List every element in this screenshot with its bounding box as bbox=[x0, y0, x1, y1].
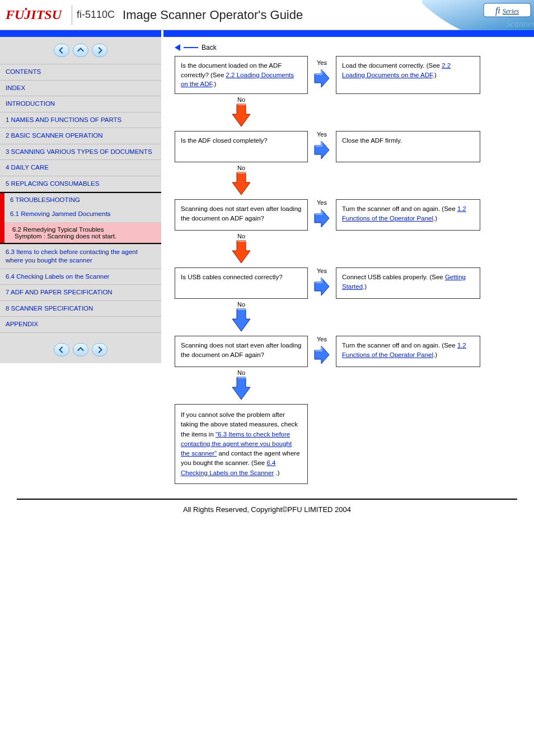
flow-answer-box: Load the document correctly. (See 2.2 Lo… bbox=[336, 56, 480, 94]
arrow-down-3d-icon bbox=[230, 171, 252, 197]
sidebar-link-ch2[interactable]: 2 BASIC SCANNER OPERATION bbox=[0, 128, 161, 144]
arrow-down-3d-icon bbox=[230, 103, 252, 129]
flow-no-arrow: No bbox=[175, 369, 308, 402]
sidebar-top-list: CONTENTS INDEX INTRODUCTION 1 NAMES AND … bbox=[0, 64, 161, 192]
chapter-red-tab bbox=[0, 193, 4, 243]
content-top-accent bbox=[163, 30, 534, 37]
flow-a-text: .) bbox=[363, 283, 367, 290]
flow-a-text: Load the document correctly. (See bbox=[342, 62, 442, 69]
flow-a-text: Close the ADF firmly. bbox=[342, 137, 402, 144]
flow-answer-box: Turn the scanner off and on again. (See … bbox=[336, 336, 480, 367]
arrow-right-3d-icon bbox=[313, 206, 330, 231]
sidebar-link-ch8[interactable]: 8 SCANNER SPECIFICATION bbox=[0, 301, 161, 317]
sidebar-link-ch3[interactable]: 3 SCANNING VARIOUS TYPES OF DOCUMENTS bbox=[0, 144, 161, 161]
flow-a-text: Connect USB cables properly. (See bbox=[342, 274, 445, 280]
flow-q-text: Scanning does not start even after loadi… bbox=[181, 342, 301, 358]
nav-next-button[interactable] bbox=[92, 44, 107, 57]
sidebar-link-ch6[interactable]: 6 TROUBLESHOOTING bbox=[4, 193, 161, 206]
arrow-right-3d-icon bbox=[313, 342, 330, 367]
flow-no-label: No bbox=[230, 301, 252, 308]
sidebar-link-contents[interactable]: CONTENTS bbox=[0, 64, 161, 81]
sidebar-top-accent bbox=[0, 30, 161, 37]
final-tail: .) bbox=[275, 469, 279, 476]
flow-q-text: Is the ADF closed completely? bbox=[181, 137, 268, 144]
flow-a-text: .) bbox=[433, 215, 437, 222]
sidebar-link-6-3[interactable]: 6.3 Items to check before contacting the… bbox=[0, 245, 161, 269]
flow-answer-box: Connect USB cables properly. (See Gettin… bbox=[336, 267, 480, 299]
flow-yes-label: Yes bbox=[313, 199, 330, 206]
content-area: Back Is the document loaded on the ADF c… bbox=[161, 30, 534, 490]
flow-question-box: Is USB cables connected correctly? bbox=[175, 267, 308, 299]
nav-prev-button[interactable] bbox=[54, 44, 69, 57]
header-divider bbox=[72, 5, 72, 25]
series-banner-icon: fi Series Scanner bbox=[422, 0, 534, 30]
nav-up-button[interactable] bbox=[73, 44, 88, 57]
flow-step-row: Is the ADF closed completely? Yes Close … bbox=[175, 131, 534, 162]
nav-bottom bbox=[0, 336, 161, 363]
arrow-up-icon bbox=[77, 346, 85, 354]
nav-up-button-bottom[interactable] bbox=[73, 343, 88, 356]
brand-logo: FUJITSU • bbox=[0, 7, 67, 22]
flow-yes-label: Yes bbox=[313, 267, 330, 274]
flow-answer-box: Close the ADF firmly. bbox=[336, 131, 480, 162]
arrow-right-3d-icon bbox=[313, 66, 330, 91]
current-section-sub: Symptom : Scanning does not start. bbox=[12, 233, 156, 240]
flow-no-arrow: No bbox=[175, 233, 308, 265]
chapter-body: 6 TROUBLESHOOTING 6.1 Removing Jammed Do… bbox=[4, 193, 161, 243]
flow-yes-arrow: Yes bbox=[313, 336, 330, 367]
brand-text: FUJITSU bbox=[6, 7, 62, 22]
main-layout: CONTENTS INDEX INTRODUCTION 1 NAMES AND … bbox=[0, 30, 534, 490]
flow-rows-container: Is the document loaded on the ADF correc… bbox=[175, 56, 534, 402]
arrow-right-3d-icon bbox=[313, 138, 330, 162]
flow-question-box: Is the document loaded on the ADF correc… bbox=[175, 56, 308, 94]
back-link[interactable]: Back bbox=[175, 44, 534, 51]
sidebar-link-ch7[interactable]: 7 ADF AND PAPER SPECIFICATION bbox=[0, 285, 161, 301]
flow-q-text: Is USB cables connected correctly? bbox=[181, 274, 283, 280]
current-section-title: 6.2 Remedying Typical Troubles bbox=[12, 226, 156, 233]
back-triangle-icon bbox=[175, 44, 180, 51]
sidebar-link-6-1[interactable]: 6.1 Removing Jammed Documents bbox=[4, 206, 161, 222]
flow-no-label: No bbox=[230, 369, 252, 376]
flow-step-row: Scanning does not start even after loadi… bbox=[175, 199, 534, 231]
arrow-down-3d-icon bbox=[230, 308, 252, 334]
flow-a-text: .) bbox=[433, 351, 437, 358]
sidebar-link-ch1[interactable]: 1 NAMES AND FUNCTIONS OF PARTS bbox=[0, 112, 161, 129]
sidebar-link-appendix[interactable]: APPENDIX bbox=[0, 317, 161, 333]
flow-yes-arrow: Yes bbox=[313, 131, 330, 162]
arrow-right-3d-icon bbox=[313, 274, 330, 299]
page-title: Image Scanner Operator's Guide bbox=[123, 8, 303, 22]
sidebar-bottom-list: 6.3 Items to check before contacting the… bbox=[0, 244, 161, 336]
copyright: All Rights Reserved, Copyright©PFU LIMIT… bbox=[0, 500, 534, 530]
arrow-up-icon bbox=[77, 46, 85, 54]
arrow-left-icon bbox=[58, 46, 65, 54]
sidebar-link-ch5[interactable]: 5 REPLACING CONSUMABLES bbox=[0, 176, 161, 192]
sidebar-current-chapter: 6 TROUBLESHOOTING 6.1 Removing Jammed Do… bbox=[0, 192, 161, 244]
flow-step-row: Is USB cables connected correctly? Yes C… bbox=[175, 267, 534, 299]
arrow-left-icon bbox=[58, 346, 65, 354]
nav-prev-button-bottom[interactable] bbox=[54, 343, 69, 356]
arrow-down-3d-icon bbox=[230, 240, 252, 265]
brand-accent-dot: • bbox=[25, 5, 27, 14]
flow-no-label: No bbox=[230, 233, 252, 240]
flow-q-text: Scanning does not start even after loadi… bbox=[181, 205, 301, 222]
flow-no-label: No bbox=[230, 96, 252, 103]
flow-no-label: No bbox=[230, 165, 252, 171]
nav-next-button-bottom[interactable] bbox=[92, 343, 107, 356]
flow-final-box: If you cannot solve the problem after ta… bbox=[175, 404, 308, 484]
svg-text:fi Series: fi Series bbox=[495, 6, 519, 16]
flow-q-text: .) bbox=[212, 81, 216, 87]
flow-step-row: Is the document loaded on the ADF correc… bbox=[175, 56, 534, 94]
flowchart: Back Is the document loaded on the ADF c… bbox=[161, 37, 534, 484]
flow-yes-label: Yes bbox=[313, 336, 330, 342]
arrow-right-icon bbox=[96, 346, 104, 354]
flow-a-text: Turn the scanner off and on again. (See bbox=[342, 205, 457, 212]
sidebar-link-ch4[interactable]: 4 DAILY CARE bbox=[0, 160, 161, 176]
flow-yes-label: Yes bbox=[313, 59, 330, 66]
flow-answer-box: Turn the scanner off and on again. (See … bbox=[336, 199, 480, 231]
flow-no-arrow: No bbox=[175, 165, 308, 197]
sidebar-link-index[interactable]: INDEX bbox=[0, 81, 161, 97]
sidebar-link-6-4[interactable]: 6.4 Checking Labels on the Scanner bbox=[0, 269, 161, 285]
nav-top bbox=[0, 37, 161, 64]
sidebar-link-introduction[interactable]: INTRODUCTION bbox=[0, 96, 161, 112]
flow-no-arrow: No bbox=[175, 301, 308, 334]
